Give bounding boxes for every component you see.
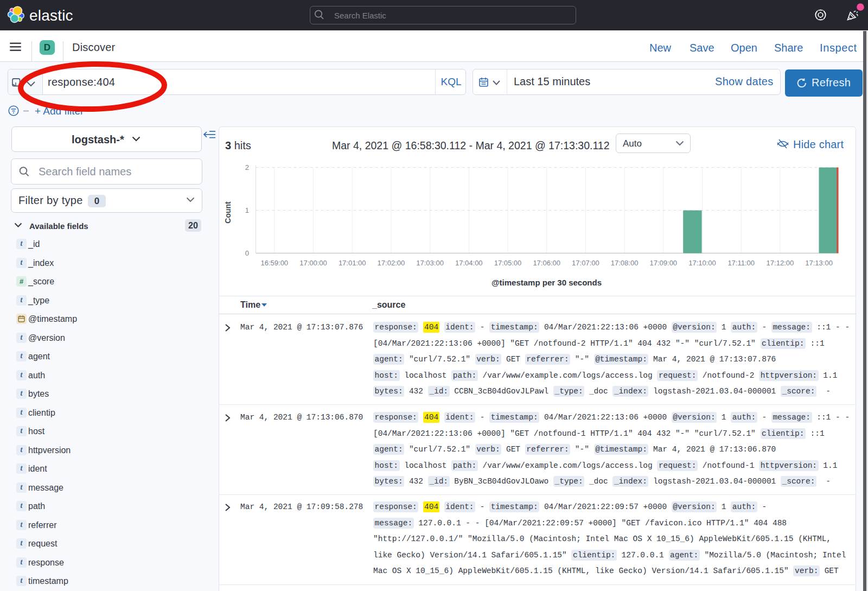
svg-text:17:12:00: 17:12:00 [767, 259, 794, 267]
svg-text:Count: Count [224, 201, 232, 224]
svg-text:2: 2 [245, 163, 249, 171]
svg-text:17:03:00: 17:03:00 [416, 259, 444, 267]
svg-text:17:10:00: 17:10:00 [688, 259, 716, 267]
svg-text:17:01:00: 17:01:00 [339, 259, 366, 267]
svg-text:17:07:00: 17:07:00 [572, 259, 599, 267]
svg-text:17:13:00: 17:13:00 [805, 259, 833, 267]
svg-text:17:11:00: 17:11:00 [727, 259, 755, 267]
svg-text:16:59:00: 16:59:00 [260, 259, 288, 267]
svg-text:17:08:00: 17:08:00 [611, 259, 639, 267]
svg-text:17:00:00: 17:00:00 [299, 259, 327, 267]
svg-text:@timestamp per 30 seconds: @timestamp per 30 seconds [492, 278, 602, 287]
svg-text:0: 0 [245, 249, 249, 257]
svg-text:17:05:00: 17:05:00 [494, 259, 522, 267]
svg-text:17:06:00: 17:06:00 [533, 259, 560, 267]
svg-text:17:04:00: 17:04:00 [455, 259, 483, 267]
svg-text:17:09:00: 17:09:00 [649, 259, 677, 267]
svg-text:17:02:00: 17:02:00 [378, 259, 405, 267]
svg-text:1: 1 [245, 206, 249, 214]
